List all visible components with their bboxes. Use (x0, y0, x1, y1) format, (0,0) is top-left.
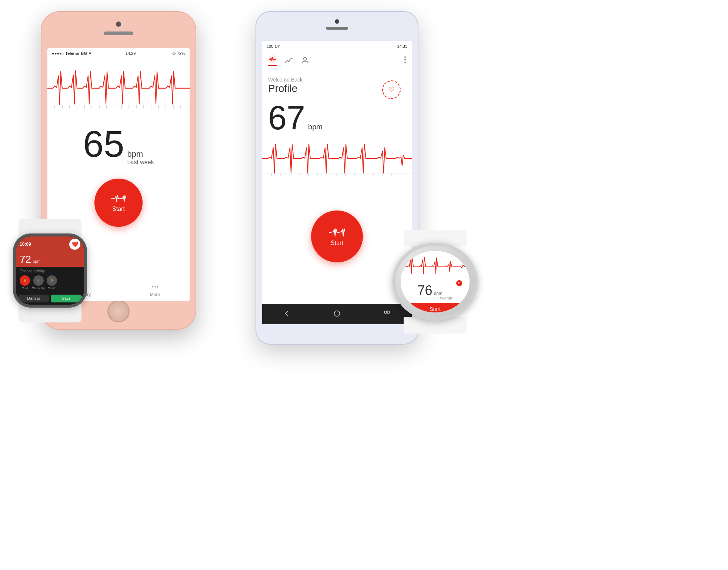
apple-watch-device: 10:09 ❤️ 72 bpm Choose activity 🧍 Rest (7, 219, 93, 322)
iphone-bpm-unit: bpm (127, 149, 154, 159)
welcome-back-text: Welcome Back (268, 77, 406, 83)
android-ecg-area (262, 136, 412, 188)
watch-act-cardio[interactable]: 🏃 Cardio (47, 275, 57, 290)
watch-middle: Choose activity 🧍 Rest 🚶 Warm Up 🏃 Ca (16, 267, 84, 293)
heart-ecg-icon (268, 55, 277, 64)
svg-point-26 (304, 57, 307, 60)
android-camera (335, 19, 339, 24)
profile-icon (301, 56, 310, 65)
android-heart-button[interactable]: ♡ (382, 80, 401, 99)
iphone-statusbar: ●●●●○ Telenor BG ▼ 14:29 ↑ ② 72% (47, 48, 190, 59)
iphone-start-label: Start (112, 206, 125, 212)
home-icon (333, 310, 341, 317)
svg-point-22 (152, 286, 153, 288)
svg-point-24 (157, 286, 158, 288)
gear-start-label: Start (430, 306, 441, 312)
nav-home-button[interactable] (333, 310, 341, 319)
android-bpm-display: 67 bpm (262, 97, 412, 136)
watch-act-rest[interactable]: 🧍 Rest (20, 275, 30, 290)
android-status-right: 14:33 (397, 44, 407, 49)
run-icon: 🏃 (47, 275, 57, 286)
gear-bpm-unit: bpm (434, 291, 453, 296)
rest-icon: 🧍 (20, 275, 30, 286)
tab-profile-icon[interactable] (301, 56, 310, 65)
gear-ecg-area: 76 bpm 10 Days Ago B (401, 251, 470, 303)
more-icon (151, 283, 159, 291)
chart-icon (284, 56, 293, 65)
watch-button-row: Dismiss Save (16, 293, 84, 305)
watch-save-button[interactable]: Save (51, 295, 82, 302)
watch-case: 10:09 ❤️ 72 bpm Choose activity 🧍 Rest (13, 233, 87, 308)
rest-label: Rest (22, 286, 28, 290)
tab-more[interactable]: More (150, 283, 160, 297)
gear-start-area[interactable]: Start (401, 303, 470, 312)
android-start-button[interactable]: Start (311, 211, 363, 262)
welcome-section: Welcome Back Profile ♡ (262, 69, 412, 97)
iphone-bpm-label: bpm Last week (127, 149, 154, 166)
watch-bpm-row: 72 bpm (16, 252, 84, 267)
watch-activity-label: Choose activity (20, 269, 80, 273)
tab-stats-icon[interactable] (284, 56, 293, 65)
warmup-label: Warm Up (32, 286, 44, 290)
iphone-camera (116, 21, 121, 27)
tab-more-menu[interactable] (404, 56, 406, 65)
watch-act-warmup[interactable]: 🚶 Warm Up (32, 275, 44, 290)
svg-point-23 (154, 286, 156, 288)
watch-dismiss-button[interactable]: Dismiss (18, 295, 49, 302)
watch-bpm-unit: bpm (33, 259, 40, 264)
svg-point-27 (404, 56, 406, 58)
android-bpm-unit: bpm (308, 123, 323, 131)
ecg-start-icon (329, 226, 345, 238)
gear-screen: 76 bpm 10 Days Ago B Start (401, 251, 470, 312)
android-bpm-value: 67 (268, 101, 305, 135)
watch-activity-icons: 🧍 Rest 🚶 Warm Up 🏃 Cardio (20, 275, 80, 290)
svg-point-29 (404, 62, 406, 63)
watch-content: 10:09 ❤️ 72 bpm Choose activity 🧍 Rest (16, 236, 84, 305)
cardio-label: Cardio (48, 286, 57, 290)
ecg-waveform-android (262, 136, 412, 188)
dots-menu-icon (404, 56, 406, 63)
iphone-start-button[interactable]: Start (94, 179, 143, 227)
gear-watch-device: 76 bpm 10 Days Ago B Start (389, 230, 481, 334)
svg-point-28 (404, 59, 406, 60)
android-speaker (326, 27, 348, 30)
carrier-text: ●●●●○ Telenor BG ▼ (52, 51, 92, 56)
svg-point-46 (334, 311, 340, 316)
iphone-speaker (104, 32, 133, 35)
android-start-label: Start (331, 240, 343, 246)
iphone-bpm-display: 65 bpm Last week (47, 118, 190, 168)
watch-heart-icon: ❤️ (69, 239, 80, 250)
time-text: 14:29 (126, 51, 136, 56)
android-topbar (262, 52, 412, 69)
iphone-bpm-value: 65 (83, 125, 124, 162)
android-status-left: 100 14' (267, 44, 280, 49)
gear-ecg-waveform (404, 254, 467, 280)
iphone-home-button[interactable] (107, 300, 130, 322)
android-statusbar: 100 14' 14:33 (262, 41, 412, 52)
watch-screen: 10:09 ❤️ 72 bpm Choose activity 🧍 Rest (16, 236, 84, 305)
gear-bpm-value: 76 (417, 283, 432, 298)
svg-rect-47 (384, 311, 387, 313)
gear-bpm-sub: 10 Days Ago (434, 296, 453, 300)
iphone-ecg-area (47, 59, 190, 118)
gear-case: 76 bpm 10 Days Ago B Start (393, 243, 478, 321)
back-icon (283, 310, 291, 317)
bluetooth-icon: B (456, 280, 462, 286)
nav-back-button[interactable] (283, 310, 291, 319)
battery-text: ↑ ② 72% (169, 51, 185, 56)
walk-icon: 🚶 (33, 275, 44, 286)
watch-bpm-value: 72 (20, 253, 31, 265)
tab-more-label: More (150, 292, 160, 297)
iphone-bpm-sublabel: Last week (127, 159, 154, 166)
tab-ecg-icon[interactable] (268, 55, 277, 66)
watch-time: 10:09 (20, 242, 31, 247)
watch-top-bar: 10:09 ❤️ (16, 236, 84, 252)
ecg-icon (111, 193, 126, 204)
ecg-waveform-iphone (47, 59, 190, 118)
